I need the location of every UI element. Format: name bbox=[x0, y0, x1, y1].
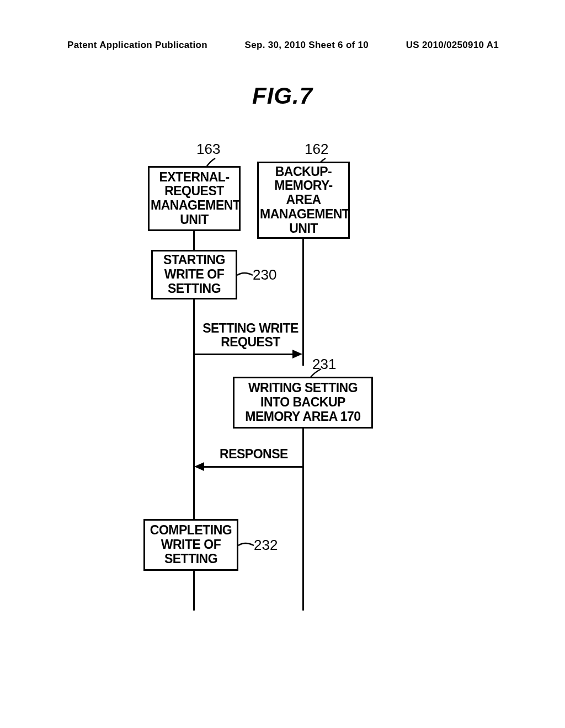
box-backup-memory-unit: BACKUP- MEMORY- AREA MANAGEMENT UNIT bbox=[257, 162, 350, 239]
ref-163: 163 bbox=[196, 141, 220, 158]
lifeline-left bbox=[193, 571, 195, 611]
box-label: STARTING WRITE OF SETTING bbox=[154, 253, 234, 296]
lifeline-left bbox=[193, 299, 195, 520]
box-writing-setting: WRITING SETTING INTO BACKUP MEMORY AREA … bbox=[233, 377, 373, 429]
header-right: US 2010/0250910 A1 bbox=[406, 40, 499, 51]
ref-230: 230 bbox=[253, 266, 276, 283]
figure-title: FIG.7 bbox=[0, 83, 565, 109]
arrow-head-left-icon bbox=[194, 462, 204, 471]
lifeline-right bbox=[302, 239, 304, 366]
lifeline-left bbox=[193, 231, 195, 250]
ref-connector-icon bbox=[236, 270, 254, 281]
lifeline-right bbox=[302, 429, 304, 611]
header-center: Sep. 30, 2010 Sheet 6 of 10 bbox=[245, 40, 369, 51]
arrow-head-right-icon bbox=[292, 350, 302, 358]
header-left: Patent Application Publication bbox=[67, 40, 207, 51]
msg-setting-write-request: SETTING WRITE REQUEST bbox=[199, 322, 302, 350]
box-external-request-unit: EXTERNAL- REQUEST MANAGEMENT UNIT bbox=[148, 166, 241, 231]
msg-response: RESPONSE bbox=[210, 447, 298, 461]
sequence-diagram: 163 162 EXTERNAL- REQUEST MANAGEMENT UNI… bbox=[143, 141, 430, 626]
page-header: Patent Application Publication Sep. 30, … bbox=[0, 40, 565, 51]
box-label: EXTERNAL- REQUEST MANAGEMENT UNIT bbox=[151, 170, 238, 227]
arrow-line bbox=[194, 354, 294, 355]
ref-232: 232 bbox=[254, 537, 278, 554]
box-completing-write: COMPLETING WRITE OF SETTING bbox=[143, 519, 238, 571]
arrow-line bbox=[203, 466, 302, 468]
box-label: BACKUP- MEMORY- AREA MANAGEMENT UNIT bbox=[260, 165, 347, 236]
box-starting-write: STARTING WRITE OF SETTING bbox=[151, 250, 237, 299]
ref-162: 162 bbox=[305, 141, 328, 158]
ref-connector-icon bbox=[237, 540, 255, 551]
box-label: WRITING SETTING INTO BACKUP MEMORY AREA … bbox=[236, 381, 370, 424]
box-label: COMPLETING WRITE OF SETTING bbox=[146, 523, 236, 566]
